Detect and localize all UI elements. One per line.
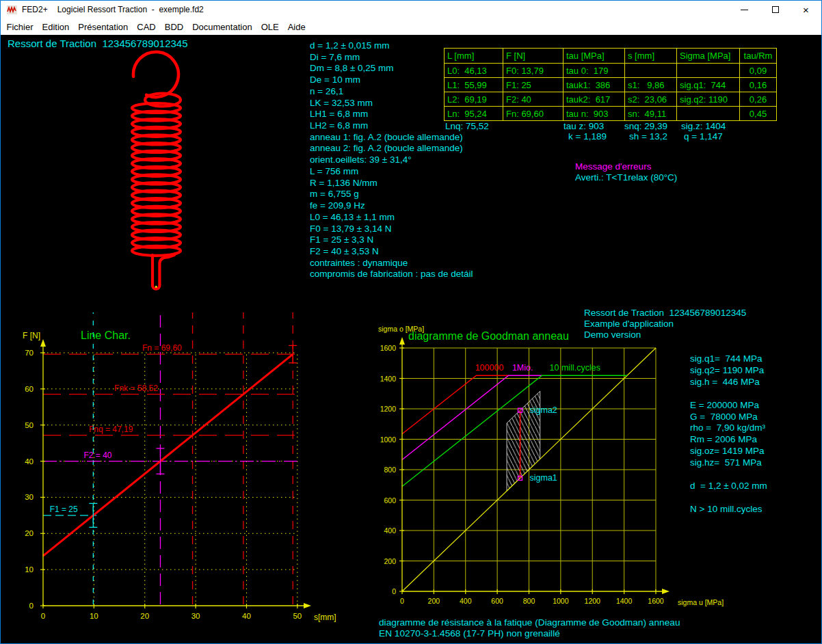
titlebar: FED2+ Logiciel Ressort Traction - exempl… <box>1 1 821 18</box>
svg-text:20: 20 <box>140 612 149 620</box>
table-cell: Fn: 69,60 <box>503 107 564 121</box>
goodman-header-line-demo-version: Demo version <box>584 330 746 340</box>
material-value-line-sig-q2-1190-mpa: sig.q2= 1190 MPa <box>690 365 767 377</box>
y-axis-arrow <box>399 337 405 345</box>
table-cell: tau n: 903 <box>564 107 625 121</box>
table-cell: tauk2: 617 <box>564 92 625 107</box>
svg-text:30: 30 <box>191 612 200 620</box>
goodman-header-line-ressort-de-traction-123456789012345: Ressort de Traction 123456789012345 <box>584 308 746 319</box>
menu-item-aide[interactable]: Aide <box>283 22 310 32</box>
close-icon: × <box>803 5 809 15</box>
svg-text:600: 600 <box>384 496 396 505</box>
menu-item-fichier[interactable]: Fichier <box>2 22 38 32</box>
series-1mio <box>402 375 542 459</box>
material-value-line-3 <box>690 388 767 400</box>
material-value-line-d-1-2-0-02-mm: d = 1,2 ± 0,02 mm <box>690 481 767 492</box>
column-header-tau-rm: tau/Rm <box>740 49 777 64</box>
table-cell <box>677 64 740 78</box>
y-axis-label: sigma o [MPa] <box>378 325 424 333</box>
chart-title: diagramme de Goodman anneau <box>408 330 569 342</box>
menu-item-bdd[interactable]: BDD <box>160 22 187 32</box>
table-cell: s2: 23,06 <box>625 92 677 107</box>
app-name: FED2+ <box>22 5 48 14</box>
svg-text:10: 10 <box>90 612 98 620</box>
column-header-tau-mpa: tau [MPa] <box>564 49 625 64</box>
table-cell: tauk1: 386 <box>564 78 625 92</box>
table-row: L2: 69,19F2: 40tauk2: 617s2: 23,06sig.q2… <box>445 92 777 107</box>
menu-item-ole[interactable]: OLE <box>256 22 283 32</box>
series-10-mill-cycles <box>402 375 627 486</box>
column-header-sigma-mpa: Sigma [MPa] <box>677 49 740 64</box>
note-lnq: Lnq: 75,52 <box>445 121 489 131</box>
hline-label: Fn = 69,60 <box>142 343 182 353</box>
param-line-compromis-de-fabrication-pas-de-detail: compromis de fabrication : pas de detáil <box>310 269 473 280</box>
table-cell: sig.q2: 1190 <box>677 92 740 107</box>
footer-line-diagramme-de-resistance-a-la-fatique-diagramme-de-goodman-anneau: diagramme de résistance à la fatique (Di… <box>379 617 680 628</box>
svg-text:400: 400 <box>384 526 396 535</box>
x-axis-label: sigma u [MPa] <box>678 598 724 606</box>
column-header-l-mm: L [mm] <box>445 49 503 64</box>
table-cell: F1: 25 <box>503 78 564 92</box>
goodman-header-line-example-d-application: Example d'application <box>584 319 746 330</box>
table-row: L0: 46,13F0: 13,79tau 0: 1790,09 <box>445 64 777 78</box>
table-cell: tau 0: 179 <box>564 64 625 78</box>
menu-item-documentation[interactable]: Documentation <box>188 22 256 32</box>
svg-text:1000: 1000 <box>380 435 397 444</box>
sigma1-marker <box>518 476 522 480</box>
window-controls: × <box>729 1 821 18</box>
material-value-line-g-78000-mpa: G = 78000 MPa <box>690 412 767 423</box>
curve-label-100000: 100000 <box>475 363 504 373</box>
svg-text:10: 10 <box>25 565 34 574</box>
table-cell: 0,09 <box>740 64 777 78</box>
table-cell: F0: 13,79 <box>503 64 564 78</box>
table-cell: Ln: 95,24 <box>445 107 503 121</box>
menu-item-edition[interactable]: Edition <box>38 22 74 32</box>
table-row: L1: 55,99F1: 25tauk1: 386s1: 9,86sig.q1:… <box>445 78 777 92</box>
goodman-chart: sigma1sigma21000001Mio.10 mill.cycles020… <box>378 325 724 606</box>
curve-label-10-mill-cycles: 10 mill.cycles <box>550 363 600 373</box>
drawing-canvas: Fn = 69,60Fnk = 58,52Fnq = 47,19F2 = 40F… <box>1 35 821 643</box>
x-axis-arrow <box>304 603 311 608</box>
app-icon <box>6 4 17 15</box>
svg-text:800: 800 <box>523 597 535 605</box>
hline-label: Fnk = 58,52 <box>114 384 158 393</box>
warning-text: Averti.: T<T1relax (80°C) <box>575 172 677 183</box>
note-k: k = 1,189 <box>568 131 607 142</box>
svg-text:40: 40 <box>242 612 251 620</box>
series-spring-load-line <box>43 354 293 556</box>
svg-text:1400: 1400 <box>380 375 397 383</box>
svg-text:200: 200 <box>384 557 396 565</box>
x-axis-label: s[mm] <box>314 613 336 622</box>
app-window: FED2+ Logiciel Ressort Traction - exempl… <box>0 0 822 644</box>
error-messages-title: Message d'erreurs <box>575 161 651 172</box>
hline-label: F2 = 40 <box>83 451 111 460</box>
drawing-title: Ressort de Traction 123456789012345 <box>8 38 188 49</box>
results-table: L [mm]F [N]tau [MPa]s [mm]Sigma [MPa]tau… <box>444 48 777 121</box>
goodman-header: Ressort de Traction 123456789012345Examp… <box>584 308 746 340</box>
sigma1-label: sigma1 <box>530 473 557 483</box>
minimize-button[interactable] <box>729 1 760 18</box>
param-line-anneau-2-fig-a-2-boucle-allemande: anneau 2: fig. A.2 (boucle allemande) <box>310 143 473 155</box>
svg-text:30: 30 <box>25 493 34 501</box>
close-button[interactable]: × <box>791 1 821 18</box>
menu-item-cad[interactable]: CAD <box>133 22 160 32</box>
svg-text:0: 0 <box>41 612 45 620</box>
param-line-fe-209-9-hz: fe = 209,9 Hz <box>310 200 473 212</box>
table-cell <box>625 64 677 78</box>
svg-text:70: 70 <box>25 349 34 357</box>
param-line-contraintes-dynamique: contraintes : dynamique <box>310 258 473 269</box>
svg-text:200: 200 <box>428 597 440 605</box>
svg-text:50: 50 <box>25 421 34 429</box>
note-q: q = 1,147 <box>684 131 723 142</box>
param-line-f1-25-3-3-n: F1 = 25 ± 3,3 N <box>310 234 473 246</box>
svg-text:40: 40 <box>25 457 34 466</box>
footer-line-en-10270-3-1-4568-17-7-ph-non-grenaille: EN 10270-3-1.4568 (17-7 PH) non grenaill… <box>379 628 680 639</box>
maximize-button[interactable] <box>760 1 791 18</box>
svg-text:1200: 1200 <box>585 597 601 605</box>
material-values: sig.q1= 744 MPasig.q2= 1190 MPasig.h = 4… <box>690 353 767 515</box>
svg-text:1000: 1000 <box>553 597 569 605</box>
param-line-m-6-755-g: m = 6,755 g <box>310 189 473 200</box>
y-axis-label: F [N] <box>23 331 40 340</box>
table-cell: L2: 69,19 <box>445 92 503 107</box>
menu-item-presentation[interactable]: Présentation <box>74 22 133 32</box>
